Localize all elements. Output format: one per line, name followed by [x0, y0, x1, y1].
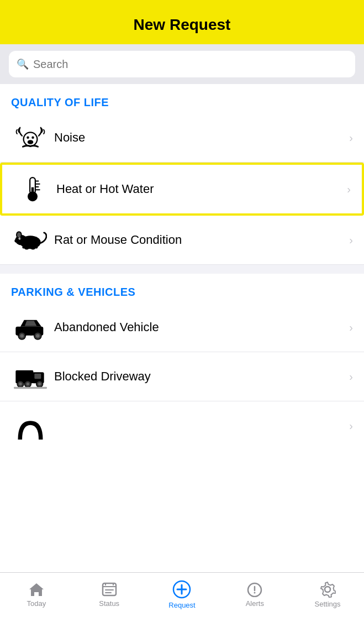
- nav-item-settings[interactable]: Settings: [291, 581, 364, 608]
- partial-item-chevron: ›: [349, 420, 353, 432]
- list-item-abandoned-vehicle[interactable]: Abandoned Vehicle ›: [0, 303, 364, 352]
- section-divider: [0, 265, 364, 274]
- request-icon: [172, 580, 191, 599]
- header: New Request: [0, 0, 364, 44]
- search-input[interactable]: [33, 58, 347, 71]
- svg-point-51: [254, 592, 256, 594]
- noise-chevron: ›: [349, 132, 353, 144]
- section-quality-of-life-title: QUALITY OF LIFE: [11, 96, 109, 108]
- section-parking-vehicles-header: PARKING & VEHICLES: [0, 274, 364, 303]
- abandoned-vehicle-label: Abandoned Vehicle: [54, 320, 345, 334]
- nav-item-today[interactable]: Today: [0, 582, 73, 608]
- nav-item-request[interactable]: Request: [146, 580, 219, 609]
- svg-point-52: [325, 587, 330, 592]
- blocked-driveway-icon: [11, 360, 50, 393]
- svg-point-23: [22, 246, 26, 248]
- home-icon: [28, 582, 45, 597]
- partial-item-icon: [11, 409, 50, 442]
- gear-icon: [319, 581, 336, 598]
- nav-request-label: Request: [168, 601, 195, 609]
- svg-rect-39: [14, 386, 47, 388]
- nav-item-status[interactable]: Status: [73, 582, 146, 608]
- list-item-rat-mouse[interactable]: Rat or Mouse Condition ›: [0, 216, 364, 265]
- alerts-icon: [246, 582, 263, 597]
- blocked-driveway-chevron: ›: [349, 370, 353, 383]
- nav-today-label: Today: [27, 599, 46, 608]
- nav-status-label: Status: [99, 599, 119, 608]
- nav-settings-label: Settings: [315, 600, 341, 608]
- noise-icon: [11, 121, 50, 154]
- heat-hot-water-icon: [13, 173, 52, 206]
- section-parking-vehicles-title: PARKING & VEHICLES: [11, 286, 135, 298]
- svg-point-20: [19, 238, 20, 239]
- status-icon: [101, 582, 118, 597]
- section-quality-of-life-header: QUALITY OF LIFE: [0, 84, 364, 113]
- svg-point-29: [36, 334, 40, 338]
- heat-hot-water-label: Heat or Hot Water: [56, 182, 342, 196]
- svg-point-27: [20, 334, 24, 338]
- rat-mouse-label: Rat or Mouse Condition: [54, 233, 345, 247]
- abandoned-vehicle-icon: [11, 311, 50, 344]
- svg-rect-32: [34, 373, 41, 378]
- list-item-blocked-driveway[interactable]: Blocked Driveway ›: [0, 352, 364, 401]
- abandoned-vehicle-chevron: ›: [349, 321, 353, 334]
- nav-item-alerts[interactable]: Alerts: [218, 582, 291, 608]
- svg-point-2: [28, 140, 34, 144]
- bottom-nav: Today Status Request Alerts: [0, 572, 364, 622]
- search-container: 🔍: [0, 44, 364, 84]
- search-icon: 🔍: [17, 58, 29, 70]
- svg-point-36: [27, 382, 29, 385]
- svg-point-24: [34, 246, 38, 248]
- list-item-heat-hot-water[interactable]: Heat or Hot Water ›: [0, 163, 364, 216]
- svg-point-17: [17, 232, 21, 237]
- heat-hot-water-chevron: ›: [347, 183, 351, 196]
- list-item-noise[interactable]: Noise ›: [0, 113, 364, 163]
- noise-label: Noise: [54, 130, 345, 145]
- nav-alerts-label: Alerts: [246, 599, 264, 608]
- search-bar[interactable]: 🔍: [9, 51, 355, 77]
- blocked-driveway-label: Blocked Driveway: [54, 369, 345, 384]
- svg-rect-9: [31, 187, 34, 196]
- content-area: QUALITY OF LIFE: [0, 84, 364, 572]
- svg-point-4: [31, 136, 34, 139]
- svg-point-34: [19, 382, 22, 385]
- rat-mouse-icon: [11, 223, 50, 257]
- svg-point-3: [27, 136, 29, 139]
- svg-point-18: [14, 239, 19, 243]
- rat-mouse-chevron: ›: [349, 234, 353, 247]
- svg-point-38: [38, 382, 41, 385]
- page-title: New Request: [134, 16, 231, 34]
- list-item-partial[interactable]: ›: [0, 401, 364, 450]
